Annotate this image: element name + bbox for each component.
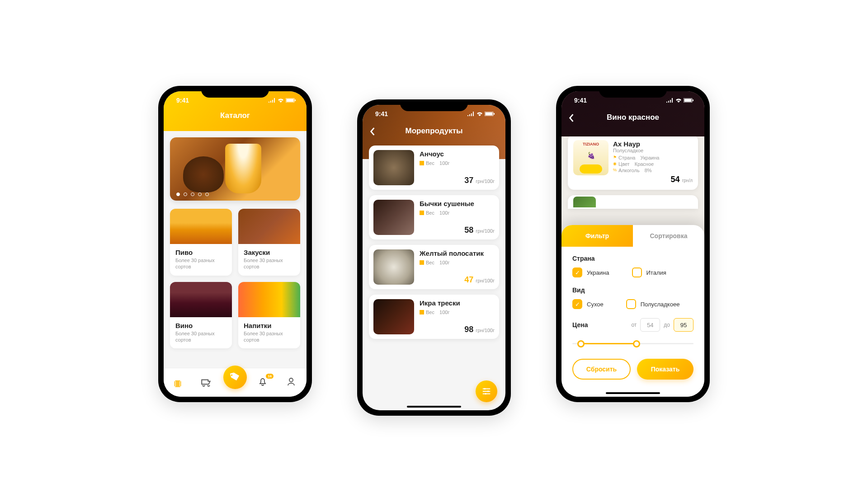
category-subtitle: Более 30 разных сортов bbox=[175, 257, 226, 270]
checkbox-icon bbox=[632, 267, 642, 277]
wifi-icon bbox=[675, 98, 682, 103]
reset-button[interactable]: Сбросить bbox=[572, 359, 631, 380]
content[interactable]: Пиво Более 30 разных сортов Закуски Боле… bbox=[164, 131, 307, 382]
status-time: 9:41 bbox=[574, 97, 587, 104]
wine-tag bbox=[580, 164, 602, 174]
home-indicator[interactable] bbox=[606, 392, 660, 394]
dot[interactable] bbox=[198, 192, 202, 196]
product-info: Анчоус Вес 100г 37 грн/100г bbox=[420, 150, 495, 185]
header: 9:41 Вино красное bbox=[561, 91, 704, 136]
card-body: Напитки Более 30 разных сортов bbox=[238, 317, 300, 349]
category-image bbox=[238, 209, 300, 244]
slider-thumb-max[interactable] bbox=[633, 340, 640, 347]
phone-catalog: 9:41 Каталог bbox=[158, 86, 312, 402]
wine-attr: ⚑Страна Украина bbox=[613, 155, 693, 160]
wine-image: TIZIANO 🍇 bbox=[573, 140, 609, 175]
product-name: Икра трески bbox=[420, 299, 495, 307]
type-options: ✓Сухое Полусладкоее bbox=[572, 299, 693, 309]
signal-icon bbox=[269, 98, 276, 103]
card-body: Пиво Более 30 разных сортов bbox=[170, 244, 232, 276]
card-body: Вино Более 30 разных сортов bbox=[170, 317, 232, 349]
nav-notifications[interactable]: 16 bbox=[257, 376, 270, 389]
slider-fill bbox=[580, 343, 635, 344]
slider-thumb-min[interactable] bbox=[577, 340, 585, 347]
product-card[interactable]: Икра трески Вес 100г 98 грн/100г bbox=[369, 295, 499, 339]
weight-icon bbox=[420, 260, 424, 265]
product-card[interactable]: Анчоус Вес 100г 37 грн/100г bbox=[369, 145, 499, 190]
category-snacks[interactable]: Закуски Более 30 разных сортов bbox=[238, 209, 300, 276]
category-drinks[interactable]: Напитки Более 30 разных сортов bbox=[238, 282, 300, 349]
checkbox-icon: ✓ bbox=[572, 267, 582, 277]
product-card[interactable]: Бычки сушеные Вес 100г 58 грн/100г bbox=[369, 195, 499, 239]
product-list[interactable]: Анчоус Вес 100г 37 грн/100г Бычки сушены… bbox=[363, 145, 505, 376]
screen: 9:41 Каталог bbox=[164, 91, 307, 397]
product-card[interactable]: Желтый полосатик Вес 100г 47 грн/100г bbox=[369, 245, 499, 289]
apply-button[interactable]: Показать bbox=[637, 359, 693, 380]
page-title: Вино красное bbox=[561, 113, 704, 122]
sliders-icon bbox=[481, 386, 491, 396]
svg-rect-4 bbox=[486, 113, 493, 116]
svg-rect-11 bbox=[693, 99, 693, 101]
notch bbox=[599, 86, 667, 98]
category-title: Вино bbox=[175, 322, 226, 329]
grapes-icon: 🍇 bbox=[587, 152, 595, 159]
product-image bbox=[373, 200, 414, 235]
category-image bbox=[238, 282, 300, 317]
product-info: Бычки сушеные Вес 100г 58 грн/100г bbox=[420, 200, 495, 235]
notch bbox=[400, 99, 468, 111]
price-from-input[interactable] bbox=[640, 318, 660, 332]
flag-icon: ⚑ bbox=[613, 155, 617, 160]
tag-icon bbox=[229, 371, 241, 383]
category-wine[interactable]: Вино Более 30 разных сортов bbox=[170, 282, 232, 349]
category-subtitle: Более 30 разных сортов bbox=[244, 330, 295, 343]
price-slider[interactable] bbox=[572, 339, 693, 348]
weight-icon bbox=[420, 211, 424, 215]
checkbox-italy[interactable]: Италия bbox=[632, 267, 666, 277]
status-time: 9:41 bbox=[176, 97, 189, 104]
battery-icon bbox=[684, 98, 693, 103]
filter-fab[interactable] bbox=[476, 380, 497, 402]
weight-icon bbox=[420, 161, 424, 165]
filter-country-label: Страна bbox=[572, 255, 693, 262]
carousel-dots[interactable] bbox=[176, 192, 209, 196]
home-indicator[interactable] bbox=[407, 406, 461, 408]
category-title: Закуски bbox=[244, 249, 295, 256]
nav-delivery[interactable] bbox=[200, 376, 213, 389]
signal-icon bbox=[666, 98, 674, 103]
filter-type-label: Вид bbox=[572, 286, 693, 294]
checkbox-dry[interactable]: ✓Сухое bbox=[572, 299, 604, 309]
dot[interactable] bbox=[184, 192, 187, 196]
nav-home[interactable] bbox=[172, 376, 184, 389]
category-image bbox=[170, 282, 232, 317]
svg-point-8 bbox=[485, 393, 486, 395]
svg-rect-1 bbox=[287, 99, 294, 102]
to-label: до bbox=[664, 322, 670, 328]
product-price: 98 грн/100г bbox=[420, 325, 495, 334]
nav-profile[interactable] bbox=[286, 376, 298, 389]
price-to-input[interactable] bbox=[674, 318, 693, 332]
checkbox-icon: ✓ bbox=[572, 299, 582, 309]
weight-icon bbox=[420, 310, 424, 314]
battery-icon bbox=[485, 112, 495, 116]
category-beer[interactable]: Пиво Более 30 разных сортов bbox=[170, 209, 232, 276]
filter-price-label: Цена bbox=[572, 321, 627, 328]
category-title: Напитки bbox=[244, 322, 295, 329]
dot[interactable] bbox=[205, 192, 209, 196]
nav-deals[interactable] bbox=[223, 366, 247, 389]
checkbox-semisweet[interactable]: Полусладкоее bbox=[626, 299, 680, 309]
wine-card[interactable]: TIZIANO 🍇 Ах Наур Полусладкое ⚑Страна Ук… bbox=[568, 135, 698, 190]
hero-banner[interactable] bbox=[170, 137, 300, 201]
category-title: Пиво bbox=[175, 249, 226, 256]
tab-sort[interactable]: Сортировка bbox=[633, 225, 704, 247]
nav-fab-wrapper bbox=[229, 376, 241, 389]
wine-brand: TIZIANO bbox=[583, 142, 599, 146]
price-row: Цена от до bbox=[572, 318, 693, 332]
dot[interactable] bbox=[191, 192, 194, 196]
svg-rect-10 bbox=[684, 99, 692, 102]
category-grid: Пиво Более 30 разных сортов Закуски Боле… bbox=[170, 209, 300, 348]
checkbox-ukraine[interactable]: ✓Украина bbox=[572, 267, 609, 277]
product-price: 37 грн/100г bbox=[420, 176, 495, 185]
wine-card-partial[interactable] bbox=[568, 195, 698, 209]
tab-filter[interactable]: Фильтр bbox=[561, 225, 633, 247]
dot[interactable] bbox=[176, 192, 180, 196]
